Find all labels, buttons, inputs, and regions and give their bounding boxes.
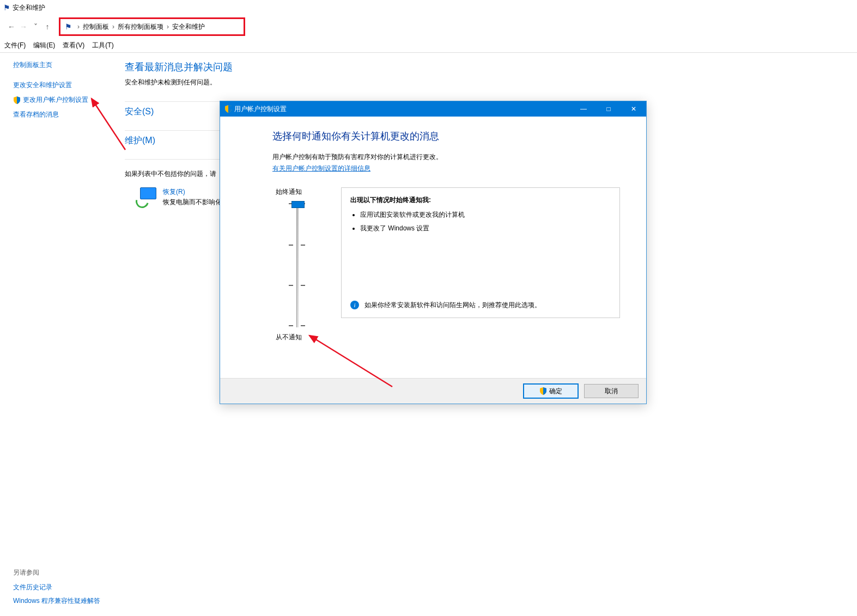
info-bullet: 应用试图安装软件或更改我的计算机	[360, 210, 611, 219]
slider-top-label: 始终通知	[276, 187, 302, 197]
breadcrumb[interactable]: ⚑ › 控制面板 › 所有控制面板项 › 安全和维护	[59, 17, 245, 36]
recent-dropdown[interactable]: ˅	[29, 22, 41, 31]
up-button[interactable]: ↑	[41, 22, 53, 31]
crumb-root[interactable]: 控制面板	[83, 22, 109, 32]
window-title: 安全和维护	[13, 3, 45, 13]
shield-icon	[224, 105, 232, 113]
info-bullet: 我更改了 Windows 设置	[360, 224, 611, 233]
dialog-desc: 用户帐户控制有助于预防有害程序对你的计算机进行更改。	[272, 153, 620, 162]
flag-icon: ⚑	[3, 3, 10, 12]
see-also-file-history[interactable]: 文件历史记录	[13, 583, 100, 592]
slider-info-box: 出现以下情况时始终通知我: 应用试图安装软件或更改我的计算机 我更改了 Wind…	[341, 187, 620, 318]
menu-edit[interactable]: 编辑(E)	[33, 41, 55, 50]
slider-bottom-label: 从不通知	[276, 333, 302, 342]
minimize-button[interactable]: —	[571, 101, 596, 117]
info-title: 出现以下情况时始终通知我:	[350, 196, 611, 205]
see-also-compat[interactable]: Windows 程序兼容性疑难解答	[13, 596, 100, 606]
see-also: 另请参阅 文件历史记录 Windows 程序兼容性疑难解答	[13, 568, 100, 610]
dialog-heading: 选择何时通知你有关计算机更改的消息	[272, 130, 620, 143]
info-note: 如果你经常安装新软件和访问陌生网站，则推荐使用此选项。	[364, 301, 541, 310]
window-titlebar: ⚑ 安全和维护	[0, 0, 857, 15]
sidebar: 控制面板主页 更改安全和维护设置 更改用户帐户控制设置 查看存档的消息 另请参阅…	[0, 53, 117, 616]
page-subtext: 安全和维护未检测到任何问题。	[125, 78, 857, 87]
menu-file[interactable]: 文件(F)	[4, 41, 26, 50]
slider-thumb[interactable]	[291, 201, 305, 208]
menu-bar: 文件(F) 编辑(E) 查看(V) 工具(T)	[0, 38, 857, 53]
chevron-right-icon: ›	[112, 23, 114, 31]
close-button[interactable]: ✕	[621, 101, 646, 117]
chevron-right-icon: ›	[167, 23, 169, 31]
sidebar-home[interactable]: 控制面板主页	[13, 60, 52, 70]
uac-slider[interactable]	[283, 202, 311, 327]
ok-label: 确定	[549, 387, 562, 396]
dialog-footer: 确定 取消	[220, 378, 646, 404]
maximize-button[interactable]: □	[596, 101, 621, 117]
menu-tools[interactable]: 工具(T)	[92, 41, 113, 50]
sidebar-change-security[interactable]: 更改安全和维护设置	[13, 81, 72, 90]
dialog-title: 用户帐户控制设置	[234, 105, 287, 114]
recover-icon	[136, 187, 157, 207]
page-heading: 查看最新消息并解决问题	[125, 60, 857, 74]
dialog-more-link[interactable]: 有关用户帐户控制设置的详细信息	[272, 164, 370, 172]
shield-icon	[13, 96, 21, 104]
sidebar-change-uac[interactable]: 更改用户帐户控制设置	[23, 95, 88, 105]
menu-view[interactable]: 查看(V)	[63, 41, 84, 50]
shield-icon	[539, 387, 547, 395]
back-button[interactable]: ←	[5, 22, 17, 31]
ok-button[interactable]: 确定	[523, 383, 579, 399]
flag-icon: ⚑	[65, 22, 72, 31]
forward-button[interactable]: →	[17, 22, 29, 31]
crumb-mid[interactable]: 所有控制面板项	[118, 22, 163, 32]
uac-dialog: 用户帐户控制设置 — □ ✕ 选择何时通知你有关计算机更改的消息 用户帐户控制有…	[220, 101, 647, 404]
cancel-button[interactable]: 取消	[584, 384, 639, 398]
sidebar-archived[interactable]: 查看存档的消息	[13, 110, 59, 119]
crumb-leaf[interactable]: 安全和维护	[172, 22, 205, 32]
info-icon: i	[350, 301, 359, 309]
dialog-titlebar[interactable]: 用户帐户控制设置 — □ ✕	[220, 101, 646, 117]
nav-row: ← → ˅ ↑ ⚑ › 控制面板 › 所有控制面板项 › 安全和维护	[0, 15, 857, 38]
see-also-header: 另请参阅	[13, 568, 100, 577]
chevron-right-icon: ›	[77, 23, 80, 31]
cancel-label: 取消	[605, 387, 618, 396]
